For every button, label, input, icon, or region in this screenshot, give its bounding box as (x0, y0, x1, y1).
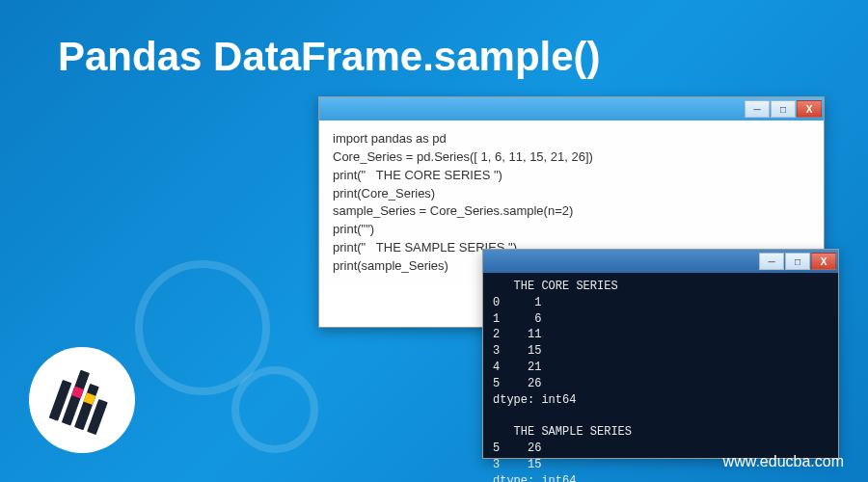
logo-bars-icon (49, 365, 116, 435)
background-gear-icon (231, 366, 318, 453)
console-row: 2 11 (493, 328, 541, 341)
maximize-button[interactable]: □ (771, 100, 796, 118)
console-row: 4 21 (493, 361, 541, 374)
minimize-button[interactable]: ─ (759, 253, 784, 270)
console-row: 5 26 (493, 442, 541, 455)
minimize-button[interactable]: ─ (745, 100, 770, 118)
console-row: 5 26 (493, 377, 541, 390)
console-dtype: dtype: int64 (493, 474, 576, 482)
code-line: import pandas as pd (333, 130, 810, 148)
close-button[interactable]: X (797, 100, 822, 118)
console-row: 0 1 (493, 296, 541, 309)
code-line: print("") (333, 221, 810, 239)
code-line: print(" THE CORE SERIES ") (333, 167, 810, 185)
console-row: 1 6 (493, 312, 541, 326)
console-body: THE CORE SERIES 0 1 1 6 2 11 3 15 4 21 5… (483, 273, 838, 458)
window-titlebar: ─ □ X (319, 97, 824, 120)
window-titlebar: ─ □ X (483, 250, 838, 273)
console-output-window: ─ □ X THE CORE SERIES 0 1 1 6 2 11 3 15 … (482, 249, 839, 459)
console-row: 3 15 (493, 344, 541, 358)
website-url: www.educba.com (723, 453, 844, 470)
code-line: Core_Series = pd.Series([ 1, 6, 11, 15, … (333, 148, 810, 167)
code-line: print(Core_Series) (333, 185, 810, 203)
maximize-button[interactable]: □ (785, 253, 810, 270)
page-title: Pandas DataFrame.sample() (0, 0, 868, 80)
code-line: sample_Series = Core_Series.sample(n=2) (333, 202, 810, 221)
console-dtype: dtype: int64 (493, 393, 576, 407)
educba-logo (29, 347, 135, 453)
console-header: THE SAMPLE SERIES (493, 425, 638, 439)
console-row: 3 15 (493, 458, 541, 471)
close-button[interactable]: X (811, 253, 836, 270)
console-header: THE CORE SERIES (493, 280, 625, 293)
